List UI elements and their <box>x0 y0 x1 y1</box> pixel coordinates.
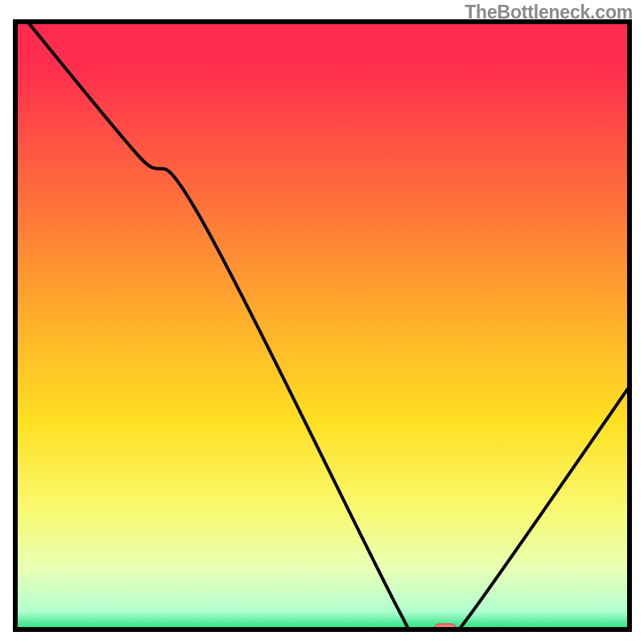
gradient-background <box>15 22 630 630</box>
bottleneck-chart <box>0 0 644 644</box>
chart-container: TheBottleneck.com <box>0 0 644 644</box>
